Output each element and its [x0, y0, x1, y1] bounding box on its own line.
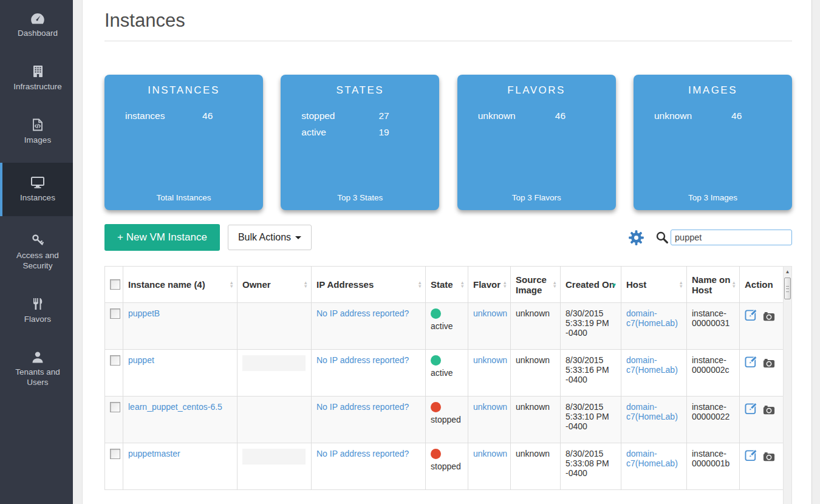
instance-name-link[interactable]: puppetB [128, 308, 160, 318]
new-vm-instance-button[interactable]: + New VM Instance [104, 224, 220, 251]
bulk-actions-button[interactable]: Bulk Actions [228, 225, 312, 250]
sort-icon[interactable]: ▲▼ [553, 281, 557, 288]
owner-cell [237, 350, 312, 397]
stat-value: 27 [378, 109, 389, 122]
col-host[interactable]: Host▲▼ [621, 267, 687, 303]
card-flavors[interactable]: FLAVORS unknown 46 Top 3 Flavors [457, 75, 616, 210]
col-ip-addresses[interactable]: IP Addresses▲▼ [312, 267, 426, 303]
toolbar-right [628, 230, 792, 246]
card-title: STATES [281, 75, 439, 97]
col-label: State [431, 279, 453, 290]
card-instances[interactable]: INSTANCES instances 46 Total Instances [104, 75, 263, 210]
sidebar-item-dashboard[interactable]: Dashboard [0, 4, 73, 47]
created-on-cell: 8/30/2015 5:33:08 PM -0400 [561, 443, 621, 490]
instance-name-link[interactable]: puppetmaster [128, 449, 180, 458]
source-image-cell: unknown [511, 350, 561, 397]
ip-link[interactable]: No IP address reported? [316, 449, 409, 458]
sort-icon[interactable]: ▲▼ [460, 281, 465, 288]
card-stat-row: stopped 27 [281, 107, 439, 124]
name-on-host-cell: instance-0000002c [687, 350, 740, 397]
sidebar-item-infrastructure[interactable]: Infrastructure [0, 56, 73, 101]
sidebar-item-flavors[interactable]: Flavors [0, 288, 73, 333]
row-checkbox[interactable] [110, 355, 120, 366]
edit-icon[interactable] [745, 313, 757, 323]
utensils-icon [32, 298, 43, 308]
edit-icon[interactable] [745, 407, 757, 417]
sidebar-item-images[interactable]: Images [0, 109, 73, 154]
instance-name-link[interactable]: learn_puppet_centos-6.5 [128, 402, 222, 412]
host-link[interactable]: domain-c7(HomeLab) [626, 449, 678, 468]
sort-icon[interactable]: ▲▼ [732, 281, 736, 288]
flavor-link[interactable]: unknown [473, 355, 507, 365]
row-checkbox[interactable] [110, 308, 120, 319]
sidebar-item-tenants-users[interactable]: Tenants and Users [0, 342, 73, 397]
host-cell: domain-c7(HomeLab) [621, 350, 687, 397]
edit-icon[interactable] [745, 454, 757, 463]
col-label: Host [626, 279, 646, 290]
select-all-checkbox[interactable] [110, 279, 120, 290]
sort-desc-icon[interactable]: ▼ [611, 281, 617, 288]
gear-icon[interactable] [628, 230, 644, 246]
col-created-on[interactable]: Created On▼ [561, 267, 621, 303]
table-scrollbar[interactable]: ▲ [783, 266, 792, 504]
sort-icon[interactable]: ▲▼ [679, 281, 683, 288]
sort-icon[interactable]: ▲▼ [503, 281, 507, 288]
user-icon [32, 352, 44, 362]
camera-icon[interactable] [763, 313, 775, 323]
instances-table-region: Instance name (4)▲▼ Owner▲▼ IP Addresses… [104, 266, 792, 504]
camera-icon[interactable] [763, 360, 775, 370]
col-instance-name[interactable]: Instance name (4)▲▼ [123, 267, 237, 303]
row-checkbox[interactable] [110, 402, 120, 412]
title-divider [104, 41, 792, 41]
col-owner[interactable]: Owner▲▼ [237, 267, 312, 303]
created-on-cell: 8/30/2015 5:33:10 PM -0400 [561, 397, 621, 443]
card-stat-row: active 19 [281, 124, 439, 140]
host-cell: domain-c7(HomeLab) [621, 303, 687, 350]
sidebar-item-label: Images [7, 135, 68, 145]
search-input[interactable] [671, 230, 792, 245]
row-checkbox[interactable] [110, 449, 120, 459]
ip-link[interactable]: No IP address reported? [316, 308, 409, 318]
ip-link[interactable]: No IP address reported? [316, 402, 409, 412]
instance-name-link[interactable]: puppet [128, 355, 154, 365]
sort-icon[interactable]: ▲▼ [418, 281, 422, 288]
scrollbar-thumb[interactable] [784, 278, 791, 299]
col-flavor[interactable]: Flavor▲▼ [468, 267, 511, 303]
col-name-on-host[interactable]: Name on Host▲▼ [687, 267, 740, 303]
camera-icon[interactable] [763, 454, 775, 463]
sidebar-item-access-security[interactable]: Access and Security [0, 225, 73, 280]
sort-icon[interactable]: ▲▼ [230, 281, 234, 288]
stat-label: unknown [654, 109, 731, 122]
action-cell [740, 350, 784, 397]
created-on-cell: 8/30/2015 5:33:16 PM -0400 [561, 350, 621, 397]
sidebar-item-label: Flavors [7, 314, 68, 324]
ip-link[interactable]: No IP address reported? [316, 355, 409, 365]
scroll-up-button[interactable]: ▲ [784, 267, 791, 277]
search-icon[interactable] [655, 231, 669, 244]
flavor-cell: unknown [468, 443, 511, 490]
host-link[interactable]: domain-c7(HomeLab) [626, 355, 678, 375]
edit-icon[interactable] [745, 360, 757, 370]
state-dot [431, 449, 441, 459]
sidebar: Dashboard Infrastructure Images Instance… [0, 0, 73, 504]
dashboard-icon [30, 13, 45, 23]
state-dot [431, 355, 441, 366]
sidebar-item-label: Dashboard [7, 28, 68, 38]
flavor-link[interactable]: unknown [473, 449, 507, 458]
state-cell: active [426, 350, 468, 397]
sort-icon[interactable]: ▲▼ [304, 281, 308, 288]
sidebar-item-instances[interactable]: Instances [0, 163, 73, 216]
flavor-link[interactable]: unknown [473, 308, 507, 318]
created-on-cell: 8/30/2015 5:33:19 PM -0400 [561, 303, 621, 350]
host-link[interactable]: domain-c7(HomeLab) [626, 402, 678, 421]
col-state[interactable]: State▲▼ [426, 267, 468, 303]
host-link[interactable]: domain-c7(HomeLab) [626, 308, 678, 328]
flavor-link[interactable]: unknown [473, 402, 507, 412]
camera-icon[interactable] [763, 407, 775, 417]
col-label: Name on Host [692, 274, 730, 295]
card-images[interactable]: IMAGES unknown 46 Top 3 Images [634, 75, 792, 210]
state-label: active [431, 321, 453, 331]
name-on-host-cell: instance-00000022 [687, 397, 740, 443]
card-states[interactable]: STATES stopped 27 active 19 Top 3 States [281, 75, 439, 210]
col-source-image[interactable]: Source Image▲▼ [511, 267, 561, 303]
